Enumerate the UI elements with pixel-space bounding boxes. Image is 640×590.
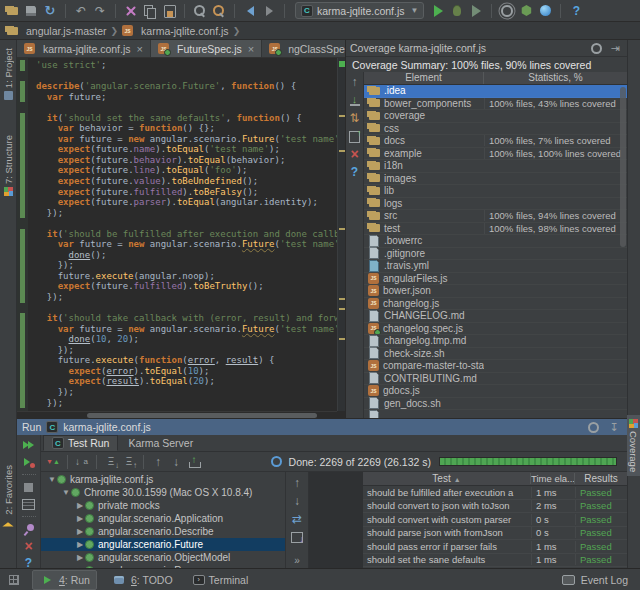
tree-row[interactable]: ▼Chrome 30.0.1599 (Mac OS X 10.8.4) [41, 486, 285, 499]
down-icon[interactable] [289, 493, 305, 509]
console-icon[interactable] [21, 496, 37, 512]
table-row[interactable]: images [364, 173, 627, 186]
tool-button-project[interactable]: 1: Project [0, 48, 16, 100]
table-row[interactable]: gdocs.js [364, 385, 627, 398]
tree-row[interactable]: ▶private mocks [41, 499, 285, 512]
back-icon[interactable] [242, 3, 258, 19]
table-row[interactable]: CONTRIBUTING.md [364, 373, 627, 386]
chevron-down-icon[interactable]: ▼ [61, 488, 71, 497]
coverage-table[interactable]: Element Statistics, % .ideabower_compone… [364, 72, 627, 418]
table-row[interactable]: should parse json with fromJson0 sPassed [363, 527, 627, 541]
web-icon[interactable] [537, 3, 553, 19]
column-header-element[interactable]: Element [364, 72, 484, 84]
run-tab-test-run[interactable]: Test Run [43, 435, 118, 451]
chevron-down-icon[interactable]: ▼ [47, 475, 57, 484]
table-row[interactable]: example100% files, 100% lines covered [364, 148, 627, 161]
table-row[interactable]: check-size.sh [364, 348, 627, 361]
tree-row[interactable]: ▶angular.scenario.Future [41, 538, 285, 551]
chevron-right-icon[interactable]: ▶ [75, 514, 85, 523]
rerun-failed-icon[interactable] [21, 454, 37, 470]
editor-tab[interactable]: karma-jqlite.conf.js× [17, 40, 151, 57]
copy-icon[interactable] [142, 3, 158, 19]
table-row[interactable]: .travis.yml [364, 260, 627, 273]
table-row[interactable]: .gitignore [364, 248, 627, 261]
run-tab-karma-server[interactable]: Karma Server [119, 435, 202, 451]
pin-icon[interactable] [21, 521, 37, 537]
code-area[interactable]: 'use strict'; describe('angular.scenario… [17, 58, 337, 411]
cut-icon[interactable] [123, 3, 139, 19]
error-stripe[interactable] [337, 58, 345, 411]
tree-row[interactable]: ▶angular.scenario.ObjectModel [41, 551, 285, 564]
status-item-6-todo[interactable]: 6: TODO [105, 571, 179, 589]
stop-icon[interactable] [21, 479, 37, 495]
help-icon[interactable] [568, 3, 584, 19]
expand-all-icon[interactable] [103, 454, 119, 470]
up-icon[interactable] [289, 475, 305, 491]
down-icon[interactable] [168, 454, 184, 470]
tree-row[interactable]: ▶angular.scenario.Describe [41, 525, 285, 538]
coverage-table-header[interactable]: Element Statistics, % [364, 72, 627, 85]
table-row[interactable]: should pass error if parser fails1 msPas… [363, 540, 627, 554]
tool-button-favorites[interactable]: 2: Favorites [0, 465, 16, 525]
chevron-right-icon[interactable]: ▶ [75, 501, 85, 510]
tree-row[interactable]: ▼karma-jqlite.conf.js [41, 473, 285, 486]
table-row[interactable]: test100% files, 98% lines covered [364, 223, 627, 236]
breadcrumb-file[interactable]: karma-jqlite.conf.js [122, 25, 229, 37]
collapse-all-icon[interactable] [121, 454, 137, 470]
column-header-statistics[interactable]: Statistics, % [484, 72, 627, 84]
search-icon[interactable] [192, 3, 208, 19]
table-row[interactable]: changelog.js [364, 298, 627, 311]
minimize-panel-icon[interactable] [606, 419, 622, 435]
test-tree[interactable]: ▼karma-jqlite.conf.js▼Chrome 30.0.1599 (… [41, 472, 285, 568]
forward-icon[interactable] [261, 3, 277, 19]
settings-icon[interactable] [499, 3, 515, 19]
swap-icon[interactable] [289, 511, 305, 527]
hide-panel-icon[interactable] [607, 40, 623, 56]
coverage-run-icon[interactable] [468, 3, 484, 19]
debug-icon[interactable] [449, 3, 465, 19]
event-log-button[interactable]: Event Log [555, 571, 634, 589]
table-row[interactable]: i18n [364, 160, 627, 173]
structure-icon[interactable] [518, 3, 534, 19]
status-item-terminal[interactable]: Terminal [187, 573, 255, 587]
results-table-header[interactable]: Test▲ Time ela... Results [363, 472, 627, 486]
filter-passed-icon[interactable] [45, 454, 61, 470]
column-header-results[interactable]: Results [575, 473, 627, 484]
vertical-scrollbar[interactable] [620, 87, 626, 247]
gear-icon[interactable] [588, 40, 604, 56]
horizontal-scrollbar[interactable] [17, 411, 337, 418]
table-row[interactable]: should set the sane defaults1 msPassed [363, 554, 627, 568]
close-icon[interactable] [347, 146, 363, 162]
table-row[interactable]: coverage [364, 110, 627, 123]
breadcrumb-project[interactable]: angular.js-master [6, 25, 107, 37]
export-tab-icon[interactable] [289, 529, 305, 545]
table-row[interactable]: bower.json [364, 285, 627, 298]
editor[interactable]: karma-jqlite.conf.js×FutureSpec.js×ngCla… [17, 40, 345, 418]
help-icon[interactable] [347, 164, 363, 180]
table-row[interactable]: should convert to json with toJson2 msPa… [363, 500, 627, 514]
table-row[interactable]: .bowerrc [364, 235, 627, 248]
status-item-4-run[interactable]: 4: Run [32, 570, 97, 590]
table-row[interactable]: gen_docs.sh [364, 398, 627, 411]
table-row[interactable]: docs100% files, 7% lines covered [364, 135, 627, 148]
save-icon[interactable] [23, 3, 39, 19]
table-row[interactable]: changelog.spec.js [364, 323, 627, 336]
code-lines[interactable]: 'use strict'; describe('angular.scenario… [28, 58, 337, 411]
run-icon[interactable] [430, 3, 446, 19]
up-icon[interactable] [150, 454, 166, 470]
run-configuration-select[interactable]: karma-jqlite.conf.js ▼ [295, 2, 424, 19]
redo-icon[interactable] [92, 3, 108, 19]
table-row[interactable]: should be fulfilled after execution a1 m… [363, 486, 627, 500]
sync-icon[interactable] [42, 3, 58, 19]
more-icon[interactable]: » [294, 555, 300, 566]
editor-tab[interactable]: FutureSpec.js× [151, 40, 262, 57]
table-row[interactable]: should convert with custom parser0 sPass… [363, 513, 627, 527]
table-row[interactable] [364, 410, 627, 418]
table-row[interactable]: css [364, 123, 627, 136]
sort-az-icon[interactable] [74, 454, 90, 470]
gear-icon[interactable] [585, 419, 601, 435]
tool-button-structure[interactable]: 7: Structure [0, 135, 16, 196]
replace-icon[interactable] [211, 3, 227, 19]
table-row[interactable]: .idea [364, 85, 627, 98]
chevron-right-icon[interactable]: ▶ [75, 527, 85, 536]
